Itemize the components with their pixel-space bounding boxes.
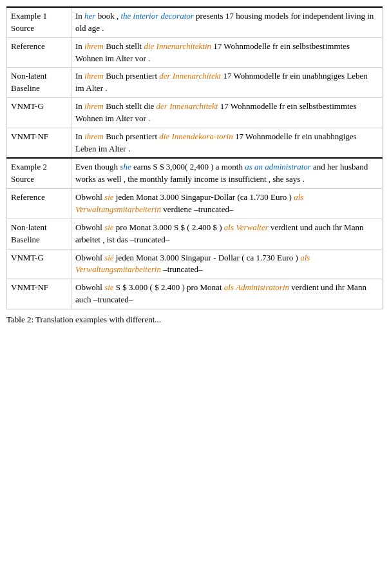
- table-row: VNMT-GObwohl sie jeden Monat 3.000 Singa…: [7, 249, 383, 279]
- table-row: Non-latent BaselineIn ihrem Buch prsenti…: [7, 68, 383, 98]
- row-content: Obwohl sie jeden Monat 3.000 Singapur-Do…: [71, 189, 383, 219]
- table-row: VNMT-NFObwohl sie S $ 3.000 ( $ 2.400 ) …: [7, 279, 383, 309]
- row-content: In ihrem Buch prsentiert der Innenarchit…: [71, 68, 383, 98]
- row-label: Reference: [7, 189, 71, 219]
- table-row: ReferenceObwohl sie jeden Monat 3.000 Si…: [7, 189, 383, 219]
- row-label: Example 1 Source: [7, 7, 71, 37]
- row-label: VNMT-NF: [7, 128, 71, 158]
- row-label: VNMT-NF: [7, 279, 71, 309]
- table-row: Example 1 SourceIn her book , the interi…: [7, 7, 383, 37]
- row-content: In ihrem Buch prsentiert die Innendekora…: [71, 128, 383, 158]
- row-content: Obwohl sie pro Monat 3.000 S $ ( 2.400 $…: [71, 219, 383, 249]
- table-row: ReferenceIn ihrem Buch stellt die Innena…: [7, 37, 383, 68]
- row-content: Obwohl sie S $ 3.000 ( $ 2.400 ) pro Mon…: [71, 279, 383, 309]
- row-content: In ihrem Buch stellt die Innenarchitekti…: [71, 37, 383, 68]
- table-row: VNMT-GIn ihrem Buch stellt die der Innen…: [7, 98, 383, 128]
- table-row: Example 2 SourceEven though she earns S …: [7, 158, 383, 188]
- row-label: Example 2 Source: [7, 158, 71, 188]
- row-label: Reference: [7, 37, 71, 68]
- table-row: VNMT-NFIn ihrem Buch prsentiert die Inne…: [7, 128, 383, 158]
- row-label: VNMT-G: [7, 98, 71, 128]
- row-content: In her book , the interior decorator pre…: [71, 7, 383, 37]
- row-content: Even though she earns S $ 3,000( 2,400 )…: [71, 158, 383, 188]
- row-label: Non-latent Baseline: [7, 68, 71, 98]
- row-content: In ihrem Buch stellt die der Innenarchit…: [71, 98, 383, 128]
- table-caption: Table 2: Translation examples with diffe…: [6, 315, 383, 325]
- row-label: Non-latent Baseline: [7, 219, 71, 249]
- row-label: VNMT-G: [7, 249, 71, 279]
- table-row: Non-latent BaselineObwohl sie pro Monat …: [7, 219, 383, 249]
- main-table: Example 1 SourceIn her book , the interi…: [6, 6, 383, 309]
- row-content: Obwohl sie jeden Monat 3.000 Singapur - …: [71, 249, 383, 279]
